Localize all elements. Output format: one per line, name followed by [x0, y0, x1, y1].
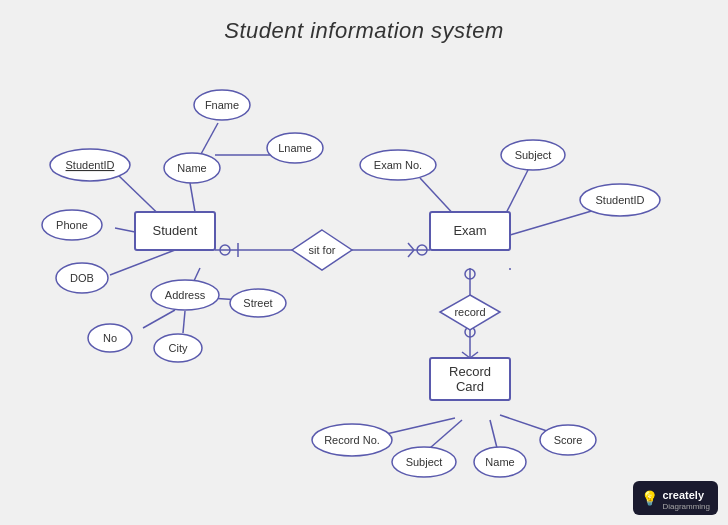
attribute-name-rc: Name — [474, 447, 526, 477]
branding: 💡 creately Diagramming — [633, 481, 718, 515]
svg-text:Record: Record — [449, 364, 491, 379]
svg-text:sit for: sit for — [309, 244, 336, 256]
svg-line-19 — [510, 210, 595, 235]
diagram-svg: Student Exam Record Card sit for record … — [0, 0, 728, 525]
branding-icon: 💡 — [641, 490, 658, 506]
attribute-subject-rc: Subject — [392, 447, 456, 477]
svg-text:Address: Address — [165, 289, 206, 301]
svg-text:Street: Street — [243, 297, 272, 309]
svg-text:StudentID: StudentID — [596, 194, 645, 206]
attribute-dob: DOB — [56, 263, 108, 293]
svg-text:Fname: Fname — [205, 99, 239, 111]
svg-text:Name: Name — [177, 162, 206, 174]
svg-text:Card: Card — [456, 379, 484, 394]
attribute-phone: Phone — [42, 210, 102, 240]
svg-text:Subject: Subject — [515, 149, 552, 161]
svg-line-5 — [110, 250, 175, 275]
svg-line-16 — [408, 250, 414, 257]
attribute-fname: Fname — [194, 90, 250, 120]
branding-sub: Diagramming — [662, 503, 710, 511]
svg-text:Lname: Lname — [278, 142, 312, 154]
attribute-exam-no: Exam No. — [360, 150, 436, 180]
svg-line-27 — [382, 418, 455, 435]
svg-text:Score: Score — [554, 434, 583, 446]
svg-text:StudentID: StudentID — [66, 159, 115, 171]
attribute-student-id2: StudentID — [580, 184, 660, 216]
attribute-lname: Lname — [267, 133, 323, 163]
svg-line-1 — [190, 183, 195, 212]
svg-text:Student: Student — [153, 223, 198, 238]
attribute-score: Score — [540, 425, 596, 455]
svg-text:record: record — [454, 306, 485, 318]
attribute-no: No — [88, 324, 132, 352]
svg-text:Exam No.: Exam No. — [374, 159, 422, 171]
svg-text:Record No.: Record No. — [324, 434, 380, 446]
svg-line-29 — [490, 420, 497, 448]
relationship-record: record — [440, 295, 500, 330]
attribute-city: City — [154, 334, 202, 362]
attribute-name: Name — [164, 153, 220, 183]
svg-line-8 — [183, 311, 185, 333]
entity-exam: Exam — [430, 212, 510, 250]
svg-text:Phone: Phone — [56, 219, 88, 231]
relationship-sit-for: sit for — [292, 230, 352, 270]
svg-text:Name: Name — [485, 456, 514, 468]
svg-text:City: City — [169, 342, 188, 354]
attribute-record-no: Record No. — [312, 424, 392, 456]
attribute-address: Address — [151, 280, 219, 310]
svg-text:DOB: DOB — [70, 272, 94, 284]
entity-record-card: Record Card — [430, 358, 510, 400]
entity-student: Student — [135, 212, 215, 250]
svg-line-7 — [143, 310, 175, 328]
svg-text:Subject: Subject — [406, 456, 443, 468]
diagram-container: Student information system — [0, 0, 728, 525]
svg-text:No: No — [103, 332, 117, 344]
svg-line-28 — [430, 420, 462, 448]
svg-line-30 — [500, 415, 550, 432]
attribute-subject-exam: Subject — [501, 140, 565, 170]
attribute-student-id: StudentID — [50, 149, 130, 181]
branding-name: creately — [662, 489, 704, 501]
svg-line-15 — [408, 243, 414, 250]
attribute-street: Street — [230, 289, 286, 317]
svg-text:Exam: Exam — [453, 223, 486, 238]
